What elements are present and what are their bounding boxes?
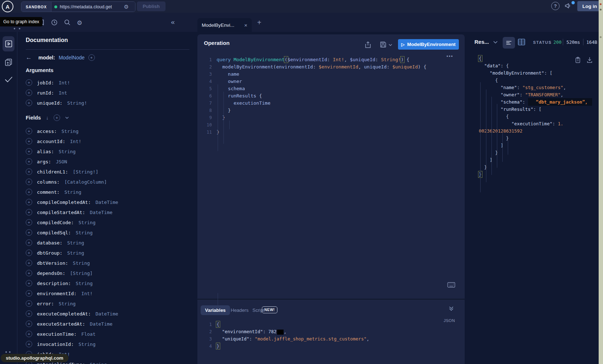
code-line[interactable]: }	[472, 171, 599, 178]
add-to-query-icon[interactable]: +	[26, 300, 32, 307]
save-operation-icon[interactable]	[380, 41, 386, 48]
code-line[interactable]: "schema": “dbt_mary_jackson”,	[472, 99, 599, 106]
field-row[interactable]: +invocationId:String	[26, 339, 192, 349]
field-row[interactable]: +columns:[CatalogColumn]	[26, 177, 192, 187]
field-name[interactable]: error:	[37, 301, 54, 306]
field-row[interactable]: +childrenL1:[String!]	[26, 167, 192, 177]
code-line[interactable]: {	[472, 55, 599, 62]
field-name[interactable]: executionTime:	[37, 331, 77, 337]
code-line[interactable]: ]	[472, 156, 599, 164]
field-type[interactable]: String	[79, 342, 96, 347]
field-row[interactable]: +runId:Int	[26, 88, 192, 98]
code-line[interactable]: ]	[472, 142, 599, 149]
help-icon[interactable]: ?	[551, 2, 560, 10]
code-line[interactable]: 4}	[197, 343, 465, 350]
code-line[interactable]: 7 executionTime	[197, 100, 465, 107]
field-row[interactable]: +alias:String	[26, 146, 192, 156]
field-type[interactable]: String	[64, 189, 81, 195]
add-to-query-icon[interactable]: +	[26, 290, 32, 297]
field-type[interactable]: JSON	[56, 159, 67, 164]
add-to-query-icon[interactable]: +	[26, 100, 32, 106]
field-name[interactable]: args:	[37, 159, 51, 164]
code-line[interactable]: 6 runResults {	[197, 92, 465, 100]
code-line[interactable]: 10	[197, 121, 465, 129]
announcements-megaphone-icon[interactable]	[564, 2, 571, 9]
checks-nav-item[interactable]	[4, 76, 13, 83]
field-name[interactable]: compileCompletedAt:	[37, 200, 91, 205]
endpoint-settings-gear-icon[interactable]: ⚙	[124, 4, 129, 9]
field-type[interactable]: Int	[59, 90, 67, 96]
graphql-query-editor[interactable]: 1query ModelByEnvironment($environmentId…	[197, 56, 465, 136]
code-line[interactable]: 8 }	[197, 107, 465, 114]
add-field-icon[interactable]: +	[88, 54, 95, 61]
field-row[interactable]: +executeCompletedAt:DateTime	[26, 309, 192, 319]
field-row[interactable]: +environmentId:Int!	[26, 288, 192, 298]
field-row[interactable]: +dbtVersion:String	[26, 258, 192, 268]
add-to-query-icon[interactable]: +	[26, 79, 32, 86]
code-line[interactable]: 0023620128631592	[472, 127, 599, 135]
field-type[interactable]: String	[67, 250, 84, 256]
field-type[interactable]: String	[79, 220, 96, 225]
field-type[interactable]: Int!	[81, 291, 93, 296]
schema-nav-item[interactable]	[4, 58, 13, 67]
add-to-query-icon[interactable]: +	[26, 89, 32, 96]
field-name[interactable]: executeStartedAt:	[37, 321, 85, 327]
field-type[interactable]: String	[76, 230, 93, 235]
field-type[interactable]: String	[76, 281, 93, 286]
code-line[interactable]: {	[472, 113, 599, 120]
field-name[interactable]: description:	[37, 281, 71, 286]
field-name[interactable]: dbtGroup:	[37, 250, 62, 256]
field-type[interactable]: Int!	[59, 80, 70, 85]
collapse-sidebar-icon[interactable]: «	[171, 18, 175, 26]
field-name[interactable]: accountId:	[37, 139, 65, 144]
add-to-query-icon[interactable]: +	[26, 158, 32, 165]
variables-editor[interactable]: 1{2 "environmentId": 782,3 "uniqueId": "…	[197, 321, 465, 350]
new-tab-icon[interactable]: +	[257, 18, 261, 27]
save-options-chevron-icon[interactable]	[389, 44, 392, 46]
field-name[interactable]: environmentId:	[37, 291, 77, 296]
chevron-down-icon[interactable]	[65, 117, 69, 119]
field-type[interactable]: Float	[81, 331, 96, 337]
field-row[interactable]: +executeStartedAt:DateTime	[26, 319, 192, 329]
add-to-query-icon[interactable]: +	[26, 250, 32, 256]
field-type[interactable]: [String]	[70, 271, 93, 276]
field-row[interactable]: +compileCompletedAt:DateTime	[26, 197, 192, 207]
field-type[interactable]: String!	[67, 100, 87, 106]
code-line[interactable]: "name": "stg_customers",	[472, 84, 599, 91]
field-type[interactable]: DateTime	[96, 311, 118, 317]
operation-tab[interactable]: ModelByEnvi... ×	[197, 18, 252, 32]
share-operation-icon[interactable]	[365, 41, 371, 48]
code-line[interactable]: 1{	[197, 321, 465, 328]
field-name[interactable]: childrenL1:	[37, 169, 68, 175]
add-to-query-icon[interactable]: +	[26, 138, 32, 145]
add-to-query-icon[interactable]: +	[26, 179, 32, 185]
field-type[interactable]: String	[59, 149, 76, 154]
endpoint-url-input[interactable]: https://metadata.cloud.get	[60, 4, 121, 9]
add-to-query-icon[interactable]: +	[26, 341, 32, 347]
explorer-nav-item[interactable]	[3, 36, 14, 51]
code-line[interactable]: 1query ModelByEnvironment($environmentId…	[197, 56, 465, 63]
history-icon[interactable]	[51, 19, 58, 26]
field-row[interactable]: +compiledCode:String	[26, 217, 192, 227]
field-row[interactable]: +executionTime:Float	[26, 329, 192, 339]
field-type[interactable]: String	[62, 129, 79, 134]
add-to-query-icon[interactable]: +	[26, 189, 32, 195]
collapse-panel-double-chevron-icon[interactable]	[449, 306, 454, 311]
field-name[interactable]: database:	[37, 240, 62, 246]
field-type[interactable]: String	[59, 301, 76, 306]
code-line[interactable]: {	[472, 77, 599, 84]
add-to-query-icon[interactable]: +	[26, 199, 32, 205]
breadcrumb-type-link[interactable]: ModelNode	[59, 55, 85, 60]
field-type[interactable]: String	[90, 362, 107, 364]
code-line[interactable]: "executionTime": 1.	[472, 120, 599, 127]
code-line[interactable]: 11}	[197, 129, 465, 136]
code-line[interactable]: 2 modelByEnvironment(environmentId: $env…	[197, 63, 465, 71]
field-row[interactable]: +compiledSql:String	[26, 227, 192, 238]
field-type[interactable]: String	[73, 260, 90, 266]
field-row[interactable]: +args:JSON	[26, 156, 192, 167]
field-name[interactable]: compileStartedAt:	[37, 210, 85, 215]
code-line[interactable]: 2 "environmentId": 782,	[197, 328, 465, 335]
code-line[interactable]: 4 owner	[197, 78, 465, 85]
field-name[interactable]: compiledCode:	[37, 220, 74, 225]
field-name[interactable]: compiledSql:	[37, 230, 71, 235]
